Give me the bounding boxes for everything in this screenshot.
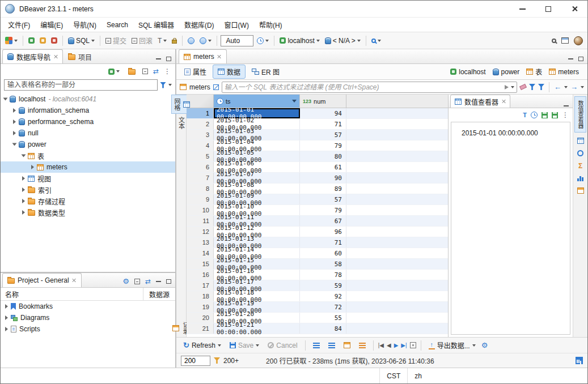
tree-item-indexes[interactable]: 索引 [1,184,175,195]
new-object-button[interactable] [3,36,19,45]
nav-new-folder-button[interactable] [126,67,137,76]
expand-filter-icon[interactable] [213,84,219,90]
navigator-filter-dropdown-icon[interactable] [168,84,172,86]
filter-history-dropdown-icon[interactable] [511,86,514,88]
column-header-num[interactable]: 123 num [300,95,346,108]
sql-filter-input[interactable] [225,83,502,91]
add-filter-icon[interactable] [529,84,535,90]
editor-tab-meters[interactable]: meters [179,49,227,63]
clear-filter-icon[interactable] [519,84,527,90]
chevron-down-icon[interactable] [22,155,26,157]
quick-search-button[interactable] [550,37,558,44]
table-row[interactable]: 212015-01-21 00:00:00.00084 [187,323,448,334]
close-tab-icon[interactable] [72,278,77,283]
back-icon[interactable]: ← [554,83,561,91]
close-button[interactable] [561,1,587,17]
cell-num[interactable]: 94 [300,108,346,118]
cell-num[interactable]: 80 [300,151,346,161]
language-indicator[interactable]: zh [407,368,429,383]
navigator-filter-funnel-icon[interactable] [160,82,166,88]
column-menu-icon[interactable] [292,100,297,103]
tx-log-button[interactable]: T [156,36,168,45]
grouping-panel-icon[interactable] [576,186,585,195]
row-number[interactable]: 3 [187,130,214,140]
row-number[interactable]: 7 [187,173,214,183]
cell-num[interactable]: 67 [300,216,346,226]
row-number-header[interactable] [187,95,214,108]
list-item-scripts[interactable]: Scripts [1,323,175,335]
menu-help[interactable]: 帮助(H) [254,18,287,31]
search-tool-button[interactable] [370,37,383,44]
cell-num[interactable]: 60 [300,248,346,258]
menu-window[interactable]: 窗口(W) [219,18,254,31]
chevron-right-icon[interactable] [5,304,8,309]
cell-num[interactable]: 61 [300,162,346,172]
chevron-right-icon[interactable] [5,327,8,331]
presentation-text-tab[interactable]: 文本 [176,114,187,132]
collapse-all-icon[interactable] [134,279,140,284]
chevron-down-icon[interactable] [12,143,17,146]
menu-navigate[interactable]: 导航(N) [68,18,101,31]
chevron-right-icon[interactable] [22,187,25,192]
sql-editor-button[interactable]: SQL [66,36,96,46]
previous-row-icon[interactable]: ◀ [387,343,391,348]
active-connection-combo[interactable]: localhost [278,36,321,46]
row-number[interactable]: 5 [187,151,214,161]
close-tab-icon[interactable] [501,99,506,104]
menu-search[interactable]: Search [101,19,133,31]
breadcrumb-tables[interactable]: 表 [526,67,542,76]
refresh-button[interactable]: ↻ Refresh [180,340,224,351]
tree-item-datatypes[interactable]: 数据类型 [1,207,175,218]
close-tab-icon[interactable] [217,54,222,59]
cell-num[interactable]: 72 [300,302,346,312]
chevron-right-icon[interactable] [22,199,25,203]
forward-icon[interactable]: → [570,83,578,91]
link-editor-icon[interactable]: ⇄ [153,68,159,75]
save-value-icon[interactable] [542,112,548,118]
cell-num[interactable]: 71 [300,119,346,129]
tree-item-localhost[interactable]: localhost - localhost:6041 [1,93,175,105]
row-number[interactable]: 11 [187,216,214,226]
cell-ts[interactable]: 2015-01-21 00:00:00.000 [214,323,300,334]
tx-mode-combo[interactable]: Auto [221,35,253,46]
row-number[interactable]: 2 [187,119,214,129]
chevron-right-icon[interactable] [31,165,34,169]
fetch-all-rows-button[interactable] [325,341,338,350]
cancel-button[interactable]: Cancel [265,340,300,351]
chevron-right-icon[interactable] [22,176,25,181]
tab-projects[interactable]: 项目 [63,49,97,63]
panel-minimize-icon[interactable] [568,58,573,59]
tab-properties[interactable]: 属性 [179,65,211,79]
column-datasource-header[interactable]: 数据源 [143,288,175,300]
row-number[interactable]: 15 [187,259,214,269]
cell-num[interactable]: 71 [300,237,346,248]
network-button[interactable] [186,36,196,45]
cell-num[interactable]: 92 [300,291,346,301]
forward-history-dropdown-icon[interactable] [581,86,584,88]
cell-num[interactable]: 84 [300,323,346,334]
fetch-next-page-button[interactable] [310,341,323,350]
row-number[interactable]: 16 [187,270,214,280]
breadcrumb-connection[interactable]: localhost [450,68,485,76]
first-row-icon[interactable]: |◀ [378,343,384,348]
tab-er-diagram[interactable]: ER 图 [247,65,285,79]
dbeaver-pro-button[interactable] [572,35,585,46]
active-schema-combo[interactable]: < N/A > [323,36,362,46]
nav-overflow-icon[interactable]: ⋮ [164,68,171,75]
chevron-down-icon[interactable] [3,98,8,101]
connect-button[interactable] [27,36,36,45]
breadcrumb-table[interactable]: meters [549,68,579,76]
cell-num[interactable]: 79 [300,205,346,215]
menu-sql-editor[interactable]: SQL 编辑器 [133,18,179,31]
cell-num[interactable]: 55 [300,313,346,323]
network-settings-button[interactable] [198,36,213,45]
tab-project-general[interactable]: Project - General [2,273,82,287]
row-number[interactable]: 6 [187,162,214,172]
lock-button[interactable] [170,36,179,45]
query-stats-icon[interactable] [576,357,583,364]
row-number[interactable]: 4 [187,140,214,151]
maximize-button[interactable] [535,1,561,17]
references-panel-icon[interactable] [576,149,585,157]
reconnect-button[interactable] [38,36,48,45]
row-number[interactable]: 9 [187,194,214,204]
